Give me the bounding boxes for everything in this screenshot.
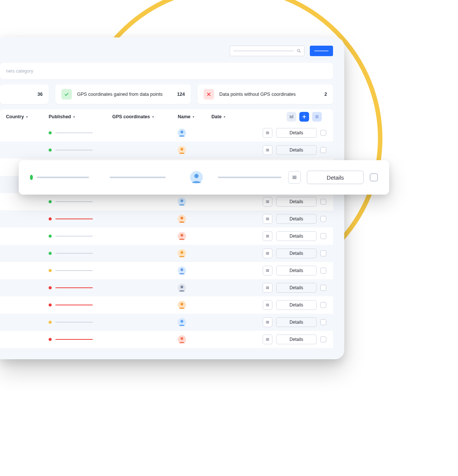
drag-handle-button[interactable] xyxy=(263,128,272,138)
list-button[interactable] xyxy=(312,112,322,122)
details-button[interactable]: Details xyxy=(276,145,317,155)
details-button[interactable]: Details xyxy=(276,128,317,138)
row-checkbox[interactable] xyxy=(320,233,326,239)
th-published[interactable]: Published▾ xyxy=(49,114,75,119)
status-dot xyxy=(49,303,52,306)
status-dot xyxy=(49,131,52,134)
details-button[interactable]: Details xyxy=(307,171,364,184)
details-button[interactable]: Details xyxy=(276,231,317,241)
published-skeleton xyxy=(55,219,93,219)
details-button[interactable]: Details xyxy=(276,248,317,258)
row-checkbox[interactable] xyxy=(320,199,326,205)
avatar xyxy=(178,335,186,344)
row-checkbox[interactable] xyxy=(370,173,378,181)
details-button[interactable]: Details xyxy=(276,266,317,275)
drag-handle-button[interactable] xyxy=(263,197,272,207)
svg-point-0 xyxy=(297,49,300,52)
status-dot xyxy=(49,286,52,289)
svg-point-73 xyxy=(180,337,183,340)
stat-gained-count: 124 xyxy=(177,92,185,97)
caret-down-icon: ▾ xyxy=(26,115,28,119)
th-name[interactable]: Name▾ xyxy=(178,114,194,119)
drag-handle-button[interactable] xyxy=(263,231,272,241)
drag-handle-button[interactable] xyxy=(263,248,272,258)
caret-down-icon: ▾ xyxy=(73,115,75,119)
svg-point-78 xyxy=(194,174,198,178)
stat-first-count: 36 xyxy=(37,92,43,97)
drag-handle-button[interactable] xyxy=(263,214,272,224)
check-icon xyxy=(61,89,72,100)
row-checkbox[interactable] xyxy=(320,250,326,256)
th-country[interactable]: Country▾ xyxy=(6,114,28,119)
table-row: Details xyxy=(0,245,333,262)
row-checkbox[interactable] xyxy=(320,336,326,342)
search-input[interactable] xyxy=(230,46,305,56)
expanded-row: Details xyxy=(19,160,389,195)
published-skeleton xyxy=(37,177,89,178)
th-gps[interactable]: GPS coordinates▾ xyxy=(112,114,154,119)
avatar xyxy=(178,215,186,223)
svg-point-58 xyxy=(180,286,183,288)
caret-down-icon: ▾ xyxy=(224,115,225,119)
svg-point-53 xyxy=(180,268,183,271)
add-button[interactable] xyxy=(299,112,309,122)
stat-without-count: 2 xyxy=(324,92,327,97)
category-label: ners category xyxy=(6,68,33,74)
published-skeleton xyxy=(55,322,93,323)
details-button[interactable]: Details xyxy=(276,214,317,224)
svg-point-38 xyxy=(180,217,183,219)
drag-handle-button[interactable] xyxy=(263,317,272,327)
row-checkbox[interactable] xyxy=(320,319,326,325)
status-dot xyxy=(49,338,52,341)
avatar xyxy=(178,249,186,257)
drag-handle-button[interactable] xyxy=(263,283,272,293)
caret-down-icon: ▾ xyxy=(152,115,154,119)
published-skeleton xyxy=(55,253,93,254)
status-dot xyxy=(49,217,52,220)
category-strip: ners category xyxy=(0,63,333,79)
avatar xyxy=(178,284,186,292)
row-checkbox[interactable] xyxy=(320,147,326,153)
avatar xyxy=(178,146,186,154)
drag-handle-button[interactable] xyxy=(263,266,272,275)
published-skeleton xyxy=(55,287,93,288)
stat-without-label: Data points without GPS coordinates xyxy=(219,92,296,97)
status-dot xyxy=(49,149,52,152)
search-icon xyxy=(297,49,301,53)
primary-action-label-line xyxy=(314,51,329,51)
status-dot xyxy=(49,252,52,255)
details-button[interactable]: Details xyxy=(276,317,317,327)
table-row: Details xyxy=(0,141,333,159)
row-checkbox[interactable] xyxy=(320,268,326,274)
th-date[interactable]: Date▾ xyxy=(211,114,225,119)
row-checkbox[interactable] xyxy=(320,130,326,136)
caret-down-icon: ▾ xyxy=(193,115,194,119)
drag-handle-button[interactable] xyxy=(263,300,272,310)
details-button[interactable]: Details xyxy=(276,300,317,310)
published-skeleton xyxy=(55,270,93,271)
published-skeleton xyxy=(55,201,93,202)
drag-handle-button[interactable] xyxy=(263,335,272,344)
details-button[interactable]: Details xyxy=(276,335,317,344)
view-bars-button[interactable] xyxy=(287,112,296,122)
gps-skeleton xyxy=(110,177,166,178)
published-skeleton xyxy=(55,236,93,237)
row-checkbox[interactable] xyxy=(320,216,326,222)
details-button[interactable]: Details xyxy=(276,197,317,207)
table-header: Country▾ Published▾ GPS coordinates▾ Nam… xyxy=(0,109,333,124)
primary-action-button[interactable] xyxy=(310,46,333,56)
row-checkbox[interactable] xyxy=(320,285,326,291)
table-row: Details xyxy=(0,124,333,141)
x-icon xyxy=(204,89,214,100)
drag-handle-button[interactable] xyxy=(288,171,301,184)
table-row: Details xyxy=(0,228,333,245)
status-dot xyxy=(49,200,52,203)
svg-point-63 xyxy=(180,303,183,305)
row-checkbox[interactable] xyxy=(320,302,326,308)
details-button[interactable]: Details xyxy=(276,283,317,293)
published-skeleton xyxy=(55,305,93,305)
svg-point-68 xyxy=(180,320,183,323)
published-skeleton xyxy=(55,150,93,150)
drag-handle-button[interactable] xyxy=(263,145,272,155)
date-skeleton xyxy=(218,177,281,178)
